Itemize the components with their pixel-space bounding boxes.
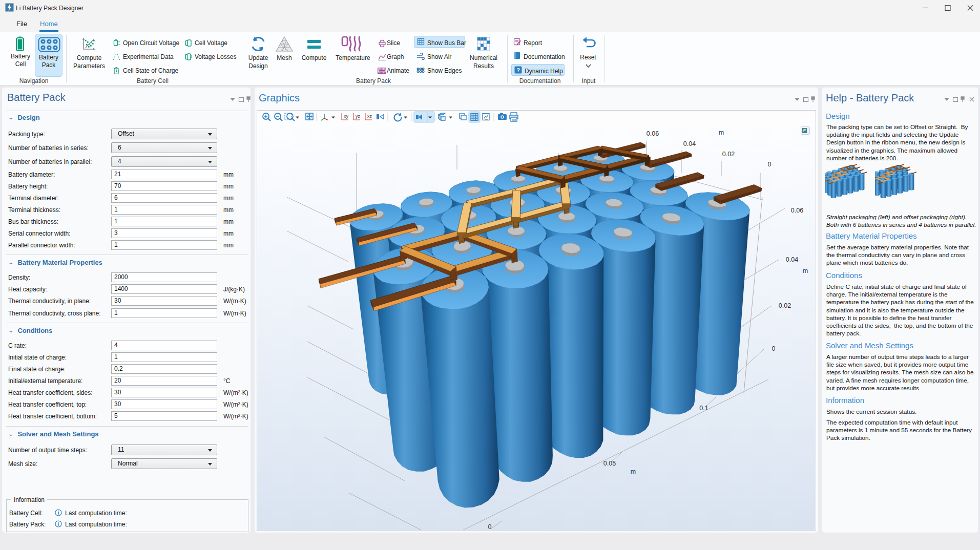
svg-text:0.04: 0.04: [786, 256, 798, 263]
svg-text:0.02: 0.02: [779, 302, 791, 309]
svg-text:0.02: 0.02: [722, 151, 735, 158]
svg-text:0: 0: [768, 161, 772, 168]
svg-text:0.06: 0.06: [647, 130, 659, 137]
svg-text:yz: yz: [356, 114, 361, 119]
svg-text:0: 0: [772, 345, 776, 352]
svg-text:0.04: 0.04: [683, 140, 696, 147]
svg-text:0.06: 0.06: [791, 207, 803, 214]
svg-text:m: m: [803, 267, 808, 274]
svg-text:xz: xz: [367, 114, 372, 119]
svg-text:0.1: 0.1: [699, 405, 708, 412]
svg-text:m: m: [631, 468, 636, 475]
svg-text:0.05: 0.05: [603, 460, 616, 467]
svg-text:xy: xy: [344, 114, 349, 119]
svg-text:0: 0: [488, 523, 492, 530]
svg-text:?: ?: [516, 67, 520, 73]
svg-text:m: m: [719, 129, 724, 136]
